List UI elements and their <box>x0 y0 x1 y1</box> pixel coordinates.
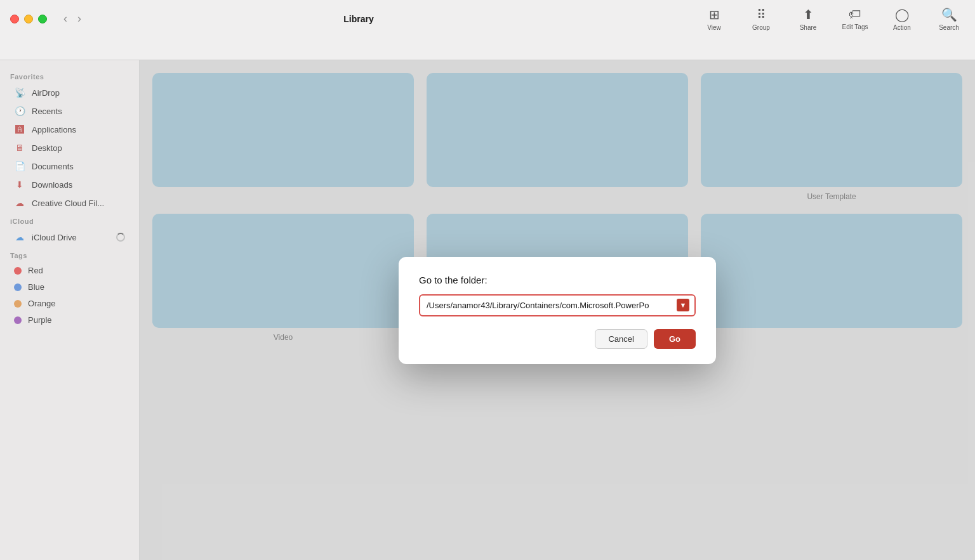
edit-tags-icon: 🏷 <box>849 7 861 22</box>
main-content: Favorites 📡 AirDrop 🕐 Recents 🅰 Applicat… <box>0 60 975 560</box>
sidebar-item-recents-label: Recents <box>32 107 62 116</box>
tag-orange-dot <box>14 300 22 308</box>
sidebar-item-applications-label: Applications <box>32 125 76 134</box>
group-button[interactable]: ⠿ Group <box>745 7 777 31</box>
dialog-input-wrapper: ▼ <box>419 294 696 316</box>
search-label: Search <box>939 24 959 31</box>
sidebar-item-tag-purple[interactable]: Purple <box>4 312 135 328</box>
creative-cloud-icon: ☁ <box>14 197 25 209</box>
documents-icon: 📄 <box>14 160 25 172</box>
sidebar-item-tag-orange[interactable]: Orange <box>4 296 135 311</box>
action-button[interactable]: ◯ Action <box>886 7 918 31</box>
dialog-title: Go to the folder: <box>419 275 696 285</box>
sidebar-item-downloads[interactable]: ⬇ Downloads <box>4 176 135 193</box>
group-label: Group <box>752 24 770 31</box>
close-button[interactable] <box>10 15 19 23</box>
share-button[interactable]: ⬆ Share <box>792 7 824 31</box>
view-icon: ⊞ <box>709 7 720 22</box>
search-button[interactable]: 🔍 Search <box>933 7 965 31</box>
view-button[interactable]: ⊞ View <box>698 7 730 31</box>
go-button[interactable]: Go <box>654 329 696 349</box>
applications-icon: 🅰 <box>14 124 25 135</box>
sidebar-item-applications[interactable]: 🅰 Applications <box>4 120 135 138</box>
tag-purple-label: Purple <box>28 315 52 325</box>
goto-folder-dialog: Go to the folder: ▼ Cancel Go <box>399 257 716 364</box>
sidebar-item-tag-blue[interactable]: Blue <box>4 279 135 295</box>
tag-red-label: Red <box>28 266 43 275</box>
downloads-icon: ⬇ <box>14 179 25 190</box>
edit-tags-button[interactable]: 🏷 Edit Tags <box>839 7 871 30</box>
sidebar-item-desktop[interactable]: 🖥 Desktop <box>4 139 135 157</box>
action-label: Action <box>893 24 911 31</box>
dialog-buttons: Cancel Go <box>419 329 696 349</box>
sidebar-item-downloads-label: Downloads <box>32 180 72 190</box>
icloud-spinner <box>116 233 125 242</box>
action-icon: ◯ <box>895 7 909 22</box>
input-dropdown-button[interactable]: ▼ <box>677 299 689 311</box>
toolbar-actions: ⊞ View ⠿ Group ⬆ Share 🏷 Edit Tags ◯ Act… <box>698 7 965 31</box>
tag-red-dot <box>14 267 22 275</box>
view-label: View <box>707 24 721 31</box>
sidebar-item-recents[interactable]: 🕐 Recents <box>4 102 135 120</box>
dialog-overlay: Go to the folder: ▼ Cancel Go <box>140 60 975 560</box>
airdrop-icon: 📡 <box>14 87 25 98</box>
cancel-button[interactable]: Cancel <box>595 329 647 349</box>
share-label: Share <box>800 24 817 31</box>
sidebar-item-creative-cloud[interactable]: ☁ Creative Cloud Fil... <box>4 194 135 212</box>
file-area: User Template Video WebServer Go to the … <box>140 60 975 560</box>
sidebar-item-tag-red[interactable]: Red <box>4 263 135 278</box>
title-bar: ‹ › Library ⊞ View ⠿ Group ⬆ Share 🏷 Edi… <box>0 0 975 60</box>
desktop-icon: 🖥 <box>14 142 25 153</box>
sidebar-item-documents-label: Documents <box>32 162 74 171</box>
tag-purple-dot <box>14 316 22 324</box>
sidebar-item-airdrop-label: AirDrop <box>32 88 60 98</box>
sidebar-item-desktop-label: Desktop <box>32 143 62 153</box>
group-icon: ⠿ <box>757 7 766 22</box>
favorites-label: Favorites <box>0 68 139 83</box>
tag-orange-label: Orange <box>28 299 55 308</box>
tag-blue-dot <box>14 283 22 291</box>
search-icon: 🔍 <box>941 7 957 22</box>
window-title: Library <box>19 14 698 24</box>
tags-label: Tags <box>0 247 139 262</box>
folder-path-input[interactable] <box>419 294 696 316</box>
tag-blue-label: Blue <box>28 282 44 292</box>
sidebar: Favorites 📡 AirDrop 🕐 Recents 🅰 Applicat… <box>0 60 140 560</box>
edit-tags-label: Edit Tags <box>842 23 868 30</box>
sidebar-item-icloud-drive-label: iCloud Drive <box>32 233 77 242</box>
sidebar-item-documents[interactable]: 📄 Documents <box>4 157 135 175</box>
share-icon: ⬆ <box>803 7 814 22</box>
recents-icon: 🕐 <box>14 105 25 117</box>
icloud-drive-icon: ☁ <box>14 231 25 243</box>
sidebar-item-icloud-drive[interactable]: ☁ iCloud Drive <box>4 228 135 246</box>
sidebar-item-creative-cloud-label: Creative Cloud Fil... <box>32 199 104 208</box>
icloud-label: iCloud <box>0 212 139 228</box>
sidebar-item-airdrop[interactable]: 📡 AirDrop <box>4 84 135 101</box>
